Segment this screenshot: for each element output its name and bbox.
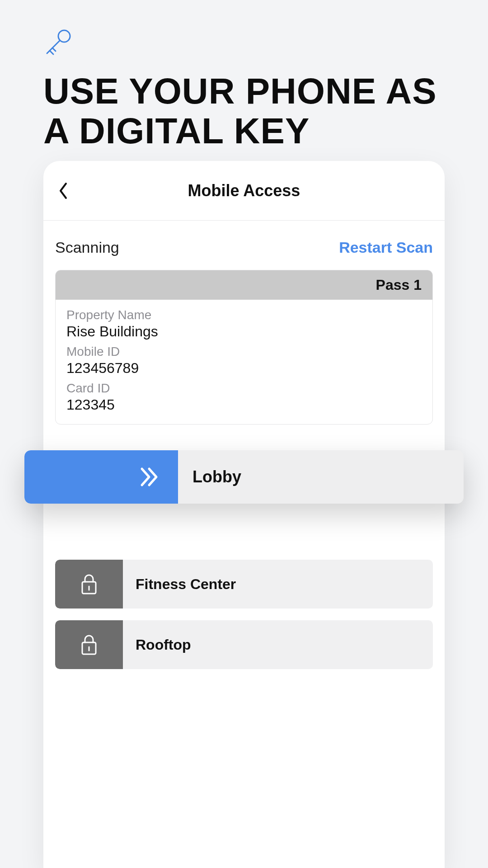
slider-door-label: Lobby bbox=[178, 467, 241, 486]
svg-line-2 bbox=[50, 51, 53, 54]
scan-status-label: Scanning bbox=[55, 239, 119, 256]
pass-badge: Pass 1 bbox=[56, 270, 432, 300]
app-screen: Mobile Access Scanning Restart Scan Pass… bbox=[43, 161, 445, 868]
key-icon bbox=[43, 28, 445, 59]
pass-card: Pass 1 Property Name Rise Buildings Mobi… bbox=[55, 270, 433, 425]
slider-handle[interactable] bbox=[24, 450, 178, 504]
restart-scan-button[interactable]: Restart Scan bbox=[339, 239, 433, 256]
property-name-label: Property Name bbox=[66, 308, 422, 322]
mobile-id-value: 123456789 bbox=[66, 360, 422, 377]
door-label: Fitness Center bbox=[123, 576, 236, 593]
door-row-rooftop[interactable]: Rooftop bbox=[55, 620, 433, 669]
unlock-slider-lobby[interactable]: Lobby bbox=[24, 450, 464, 504]
svg-line-3 bbox=[52, 48, 56, 51]
door-label: Rooftop bbox=[123, 637, 191, 653]
mobile-id-label: Mobile ID bbox=[66, 344, 422, 359]
screen-title: Mobile Access bbox=[43, 181, 445, 200]
door-row-fitness-center[interactable]: Fitness Center bbox=[55, 560, 433, 609]
svg-line-1 bbox=[47, 41, 60, 53]
card-id-value: 123345 bbox=[66, 396, 422, 413]
lock-icon bbox=[55, 560, 123, 609]
hero-title: USE YOUR PHONE AS A DIGITAL KEY bbox=[43, 71, 445, 151]
back-button[interactable] bbox=[52, 179, 75, 203]
app-header: Mobile Access bbox=[43, 161, 445, 221]
card-id-label: Card ID bbox=[66, 381, 422, 396]
lock-icon bbox=[55, 620, 123, 669]
property-name-value: Rise Buildings bbox=[66, 323, 422, 340]
